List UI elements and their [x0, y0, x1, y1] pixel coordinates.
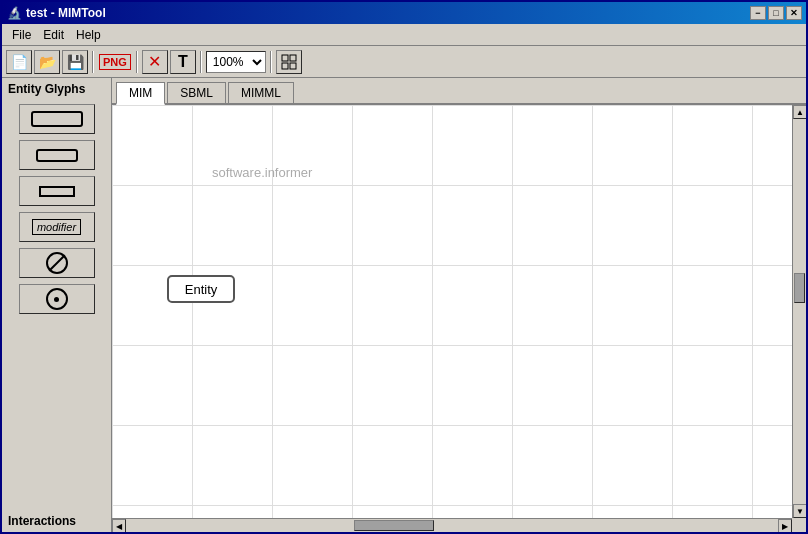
delete-button[interactable]: ✕: [142, 50, 168, 74]
png-export-button[interactable]: PNG: [99, 54, 131, 70]
glyph-circle-dot-icon: [46, 288, 68, 310]
scroll-left-arrow[interactable]: ◀: [112, 519, 126, 532]
tab-mimml[interactable]: MIMML: [228, 82, 294, 103]
scroll-h-track[interactable]: [126, 519, 778, 532]
scroll-v-track[interactable]: [793, 119, 806, 504]
window-icon: 🔬: [6, 5, 22, 21]
window-title: test - MIMTool: [26, 6, 750, 20]
sidebar-glyph-items: modifier: [2, 100, 111, 510]
canvas-wrapper: software.informer Entity ▲ ▼: [112, 105, 806, 532]
scroll-right-arrow[interactable]: ▶: [778, 519, 792, 532]
separator-3: [200, 51, 202, 73]
titlebar-buttons: − □ ✕: [750, 6, 802, 20]
minimize-button[interactable]: −: [750, 6, 766, 20]
new-button[interactable]: 📄: [6, 50, 32, 74]
menu-help[interactable]: Help: [70, 26, 107, 44]
scroll-up-arrow[interactable]: ▲: [793, 105, 806, 119]
grid-toggle-button[interactable]: [276, 50, 302, 74]
glyph-circle-dot-button[interactable]: [19, 284, 95, 314]
svg-rect-1: [290, 55, 296, 61]
canvas-scroll-area: software.informer Entity: [112, 105, 792, 518]
glyph-rect-large-icon: [31, 111, 83, 127]
svg-rect-2: [282, 63, 288, 69]
sidebar: Entity Glyphs modifier: [2, 78, 112, 532]
glyph-rect-medium-button[interactable]: [19, 140, 95, 170]
interactions-label: Interactions: [2, 510, 111, 532]
glyph-rect-medium-icon: [36, 149, 78, 162]
glyph-rect-small-button[interactable]: [19, 176, 95, 206]
glyph-modifier-icon: modifier: [32, 219, 81, 235]
maximize-button[interactable]: □: [768, 6, 784, 20]
zoom-select[interactable]: 50% 75% 100% 150% 200%: [206, 51, 266, 73]
glyph-circle-slash-icon: [46, 252, 68, 274]
toolbar: 📄 📂 💾 PNG ✕ T 50% 75% 100% 150% 200%: [2, 46, 806, 78]
scroll-down-arrow[interactable]: ▼: [793, 504, 806, 518]
separator-1: [92, 51, 94, 73]
tab-bar: MIM SBML MIMML: [112, 78, 806, 105]
vertical-scrollbar[interactable]: ▲ ▼: [792, 105, 806, 518]
glyph-circle-slash-button[interactable]: [19, 248, 95, 278]
tab-mim[interactable]: MIM: [116, 82, 165, 105]
menu-file[interactable]: File: [6, 26, 37, 44]
separator-4: [270, 51, 272, 73]
glyph-rect-large-button[interactable]: [19, 104, 95, 134]
menubar: File Edit Help: [2, 24, 806, 46]
menu-edit[interactable]: Edit: [37, 26, 70, 44]
main-window: 🔬 test - MIMTool − □ ✕ File Edit Help 📄 …: [0, 0, 808, 534]
entity-glyphs-label: Entity Glyphs: [2, 78, 111, 100]
close-button[interactable]: ✕: [786, 6, 802, 20]
scroll-v-thumb[interactable]: [794, 273, 805, 303]
entity-label: Entity: [185, 282, 218, 297]
text-tool-button[interactable]: T: [170, 50, 196, 74]
content-area: MIM SBML MIMML software.informer Entity …: [112, 78, 806, 532]
watermark-text: software.informer: [212, 165, 312, 180]
main-layout: Entity Glyphs modifier: [2, 78, 806, 532]
svg-rect-3: [290, 63, 296, 69]
glyph-modifier-button[interactable]: modifier: [19, 212, 95, 242]
canvas-grid[interactable]: software.informer Entity: [112, 105, 792, 518]
titlebar: 🔬 test - MIMTool − □ ✕: [2, 2, 806, 24]
save-button[interactable]: 💾: [62, 50, 88, 74]
separator-2: [136, 51, 138, 73]
scroll-h-thumb[interactable]: [354, 520, 434, 531]
svg-rect-0: [282, 55, 288, 61]
glyph-rect-small-icon: [39, 186, 75, 197]
scrollbar-corner: [792, 518, 806, 532]
grid-icon: [281, 54, 297, 70]
open-button[interactable]: 📂: [34, 50, 60, 74]
tab-sbml[interactable]: SBML: [167, 82, 226, 103]
entity-node[interactable]: Entity: [167, 275, 235, 303]
horizontal-scrollbar[interactable]: ◀ ▶: [112, 518, 792, 532]
glyph-dot-inner: [54, 297, 59, 302]
